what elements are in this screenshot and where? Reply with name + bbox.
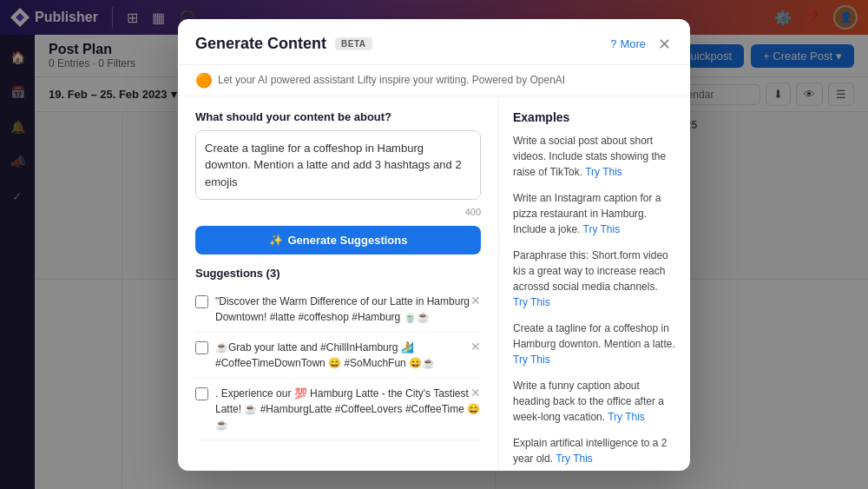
example-item-6: Explain artifical intelligence to a 2 ye… — [513, 435, 676, 466]
try-this-link-1[interactable]: Try This — [585, 166, 622, 178]
content-textarea[interactable]: Create a tagline for a coffeshop in Hamb… — [195, 130, 481, 200]
suggestion-close-2[interactable]: ✕ — [470, 340, 481, 354]
suggestions-header: Suggestions (3) — [195, 267, 481, 280]
subtitle-text: Let your AI powered assistant Lifty insp… — [218, 74, 565, 86]
try-this-link-3[interactable]: Try This — [513, 296, 550, 308]
suggestion-text-3: . Experience our 💯 Hamburg Latte - the C… — [215, 386, 481, 433]
example-item-1: Write a social post about short videos. … — [513, 133, 676, 180]
suggestion-close-1[interactable]: ✕ — [470, 294, 481, 307]
example-text-3: Paraphrase this: Short.form video kis a … — [513, 249, 668, 293]
example-item-4: Create a tagline for a coffeshop in Hamb… — [513, 320, 676, 367]
modal-left-panel: What should your content be about? Creat… — [178, 96, 499, 471]
try-this-link-2[interactable]: Try This — [583, 223, 621, 235]
generate-label: Generate Suggestions — [288, 234, 408, 247]
modal-title: Generate Content — [195, 35, 326, 53]
suggestion-text-2: ☕Grab your latte and #ChillInHamburg 🏄 #… — [215, 340, 481, 371]
generate-icon: ✨ — [269, 234, 283, 247]
suggestion-item-1: "Discover the Warm Difference of our Lat… — [195, 287, 481, 333]
example-text-4: Create a tagline for a coffeshop in Hamb… — [513, 322, 675, 350]
suggestion-checkbox-3[interactable] — [195, 387, 208, 400]
modal-body: What should your content be about? Creat… — [178, 96, 690, 471]
suggestion-close-3[interactable]: ✕ — [470, 386, 481, 400]
modal-header-right: ? More ✕ — [610, 35, 673, 54]
question-icon: ? — [610, 37, 616, 50]
modal-subtitle: 🟠 Let your AI powered assistant Lifty in… — [178, 65, 690, 96]
modal-right-panel: Examples Write a social post about short… — [499, 96, 690, 471]
suggestion-item-2: ☕Grab your latte and #ChillInHamburg 🏄 #… — [195, 333, 481, 379]
suggestion-text-1: "Discover the Warm Difference of our Lat… — [215, 294, 481, 325]
examples-title: Examples — [513, 110, 676, 124]
char-count: 400 — [195, 207, 481, 217]
suggestion-checkbox-1[interactable] — [195, 295, 208, 308]
suggestion-item-3: . Experience our 💯 Hamburg Latte - the C… — [195, 379, 481, 440]
more-link[interactable]: ? More — [610, 37, 646, 50]
try-this-link-6[interactable]: Try This — [556, 453, 593, 465]
generate-button[interactable]: ✨ Generate Suggestions — [195, 226, 481, 254]
modal-overlay: Generate Content BETA ? More ✕ 🟠 Let you… — [0, 0, 868, 489]
generate-content-modal: Generate Content BETA ? More ✕ 🟠 Let you… — [178, 19, 690, 471]
beta-badge: BETA — [335, 37, 372, 50]
more-label: More — [620, 37, 646, 50]
lifty-icon: 🟠 — [195, 72, 213, 89]
close-button[interactable]: ✕ — [656, 35, 673, 54]
example-item-3: Paraphrase this: Short.form video kis a … — [513, 248, 676, 310]
example-item-2: Write an Instagram caption for a pizza r… — [513, 190, 676, 237]
try-this-link-4[interactable]: Try This — [513, 354, 550, 366]
example-item-5: Write a funny caption about heading back… — [513, 378, 676, 425]
modal-header: Generate Content BETA ? More ✕ — [178, 19, 690, 65]
try-this-link-5[interactable]: Try This — [608, 411, 645, 423]
content-section-label: What should your content be about? — [195, 110, 481, 123]
suggestion-checkbox-2[interactable] — [195, 341, 208, 354]
